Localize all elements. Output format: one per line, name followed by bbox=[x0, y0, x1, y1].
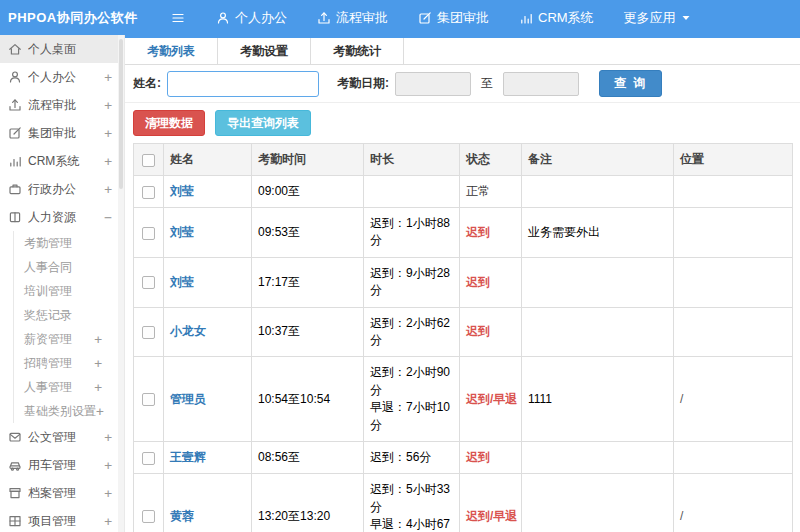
expand-icon[interactable]: + bbox=[104, 126, 112, 141]
topnav-item-label: 集团审批 bbox=[437, 9, 489, 27]
sidebar-item-11[interactable]: 项目管理+ bbox=[0, 507, 124, 532]
sidebar-item-9[interactable]: 用车管理+ bbox=[0, 451, 124, 479]
export-list-button[interactable]: 导出查询列表 bbox=[215, 110, 311, 136]
app-logo[interactable]: PHPOA协同办公软件 bbox=[0, 9, 158, 27]
date-to-label: 至 bbox=[481, 75, 493, 92]
collapse-icon[interactable]: − bbox=[104, 210, 112, 225]
location-cell bbox=[674, 257, 793, 307]
sidebar-item-5[interactable]: CRM系统+ bbox=[0, 147, 124, 175]
tab-1[interactable]: 考勤列表 bbox=[125, 38, 218, 64]
sidebar-item-3[interactable]: 流程审批+ bbox=[0, 91, 124, 119]
column-header-4: 状态 bbox=[460, 144, 522, 176]
expand-icon[interactable]: + bbox=[104, 98, 112, 113]
column-header-2: 考勤时间 bbox=[252, 144, 364, 176]
flow-icon bbox=[317, 11, 331, 25]
duration-cell: 迟到：1小时88分 bbox=[364, 208, 460, 258]
sidebar-item-6[interactable]: 行政办公+ bbox=[0, 175, 124, 203]
sidebar-subitem-8[interactable]: 基础类别设置+ bbox=[14, 399, 124, 423]
table-row: 王壹辉08:56至迟到：56分迟到 bbox=[134, 441, 793, 473]
name-filter-input[interactable] bbox=[167, 71, 319, 97]
row-checkbox[interactable] bbox=[142, 393, 155, 406]
expand-icon[interactable]: + bbox=[104, 182, 112, 197]
expand-icon[interactable]: + bbox=[94, 356, 102, 371]
expand-icon[interactable]: + bbox=[104, 458, 112, 473]
sidebar-subitem-3[interactable]: 培训管理 bbox=[14, 279, 124, 303]
topnav-item-2[interactable]: 流程审批 bbox=[317, 9, 388, 27]
sidebar-subitem-1[interactable]: 考勤管理 bbox=[14, 231, 124, 255]
expand-icon[interactable]: + bbox=[104, 430, 112, 445]
caret-down-icon bbox=[681, 13, 691, 23]
chart-icon bbox=[8, 154, 22, 168]
top-nav: 个人办公流程审批集团审批CRM系统更多应用 bbox=[216, 9, 691, 27]
expand-icon[interactable]: + bbox=[104, 154, 112, 169]
topnav-item-3[interactable]: 集团审批 bbox=[418, 9, 489, 27]
tab-2[interactable]: 考勤设置 bbox=[218, 38, 311, 64]
top-header: PHPOA协同办公软件 个人办公流程审批集团审批CRM系统更多应用 bbox=[0, 0, 800, 35]
sidebar-scrollbar[interactable] bbox=[118, 35, 124, 532]
sidebar-menu: 个人桌面个人办公+流程审批+集团审批+CRM系统+行政办公+人力资源−考勤管理人… bbox=[0, 35, 124, 532]
attendance-time: 09:53至 bbox=[252, 208, 364, 258]
sidebar-item-10[interactable]: 档案管理+ bbox=[0, 479, 124, 507]
sidebar-scrollbar-thumb[interactable] bbox=[119, 39, 123, 189]
expand-icon[interactable]: + bbox=[94, 380, 102, 395]
employee-name-link[interactable]: 王壹辉 bbox=[170, 450, 206, 464]
topnav-item-5[interactable]: 更多应用 bbox=[624, 9, 691, 27]
sidebar-subitem-4[interactable]: 奖惩记录 bbox=[14, 303, 124, 327]
row-checkbox[interactable] bbox=[142, 326, 155, 339]
sidebar-item-label: 公文管理 bbox=[28, 429, 104, 446]
sidebar-subitem-label: 奖惩记录 bbox=[24, 307, 102, 324]
row-checkbox[interactable] bbox=[142, 276, 155, 289]
row-checkbox[interactable] bbox=[142, 510, 155, 523]
expand-icon[interactable]: + bbox=[96, 404, 104, 419]
date-from-input[interactable] bbox=[395, 72, 471, 96]
topnav-item-1[interactable]: 个人办公 bbox=[216, 9, 287, 27]
status-badge: 迟到 bbox=[466, 275, 490, 289]
sidebar-item-1[interactable]: 个人桌面 bbox=[0, 35, 124, 63]
tab-3[interactable]: 考勤统计 bbox=[311, 38, 404, 64]
expand-icon[interactable]: + bbox=[104, 486, 112, 501]
table-row: 刘莹17:17至迟到：9小时28分迟到 bbox=[134, 257, 793, 307]
topnav-item-4[interactable]: CRM系统 bbox=[519, 9, 594, 27]
expand-icon[interactable]: + bbox=[104, 70, 112, 85]
topnav-item-label: CRM系统 bbox=[538, 9, 594, 27]
column-header-6: 位置 bbox=[674, 144, 793, 176]
duration-cell: 迟到：56分 bbox=[364, 441, 460, 473]
employee-name-link[interactable]: 刘莹 bbox=[170, 225, 194, 239]
row-checkbox[interactable] bbox=[142, 227, 155, 240]
employee-name-link[interactable]: 刘莹 bbox=[170, 275, 194, 289]
date-to-input[interactable] bbox=[503, 72, 579, 96]
attendance-time: 09:00至 bbox=[252, 176, 364, 208]
note-cell bbox=[522, 441, 674, 473]
duration-cell: 迟到：9小时28分 bbox=[364, 257, 460, 307]
sidebar: 个人桌面个人办公+流程审批+集团审批+CRM系统+行政办公+人力资源−考勤管理人… bbox=[0, 35, 125, 532]
topnav-item-label: 个人办公 bbox=[235, 9, 287, 27]
location-cell bbox=[674, 441, 793, 473]
employee-name-link[interactable]: 刘莹 bbox=[170, 184, 194, 198]
location-cell: / bbox=[674, 357, 793, 442]
attendance-time: 08:56至 bbox=[252, 441, 364, 473]
menu-toggle-icon[interactable] bbox=[170, 11, 186, 25]
clean-data-button[interactable]: 清理数据 bbox=[133, 110, 205, 136]
expand-icon[interactable]: + bbox=[94, 332, 102, 347]
employee-name-link[interactable]: 管理员 bbox=[170, 392, 206, 406]
row-checkbox[interactable] bbox=[142, 452, 155, 465]
sidebar-subitem-2[interactable]: 人事合同 bbox=[14, 255, 124, 279]
status-badge: 迟到 bbox=[466, 225, 490, 239]
sidebar-subitem-5[interactable]: 薪资管理+ bbox=[14, 327, 124, 351]
status-badge: 迟到/早退 bbox=[466, 509, 517, 523]
select-all-checkbox[interactable] bbox=[142, 154, 155, 167]
row-checkbox[interactable] bbox=[142, 186, 155, 199]
expand-icon[interactable]: + bbox=[104, 514, 112, 529]
sidebar-subitem-label: 考勤管理 bbox=[24, 235, 102, 252]
search-button[interactable]: 查 询 bbox=[599, 70, 662, 97]
sidebar-item-label: 流程审批 bbox=[28, 97, 104, 114]
sidebar-subitem-label: 人事合同 bbox=[24, 259, 102, 276]
sidebar-item-7[interactable]: 人力资源− bbox=[0, 203, 124, 231]
employee-name-link[interactable]: 黄蓉 bbox=[170, 509, 194, 523]
sidebar-subitem-7[interactable]: 人事管理+ bbox=[14, 375, 124, 399]
sidebar-item-4[interactable]: 集团审批+ bbox=[0, 119, 124, 147]
sidebar-item-8[interactable]: 公文管理+ bbox=[0, 423, 124, 451]
sidebar-subitem-6[interactable]: 招聘管理+ bbox=[14, 351, 124, 375]
sidebar-item-2[interactable]: 个人办公+ bbox=[0, 63, 124, 91]
employee-name-link[interactable]: 小龙女 bbox=[170, 324, 206, 338]
